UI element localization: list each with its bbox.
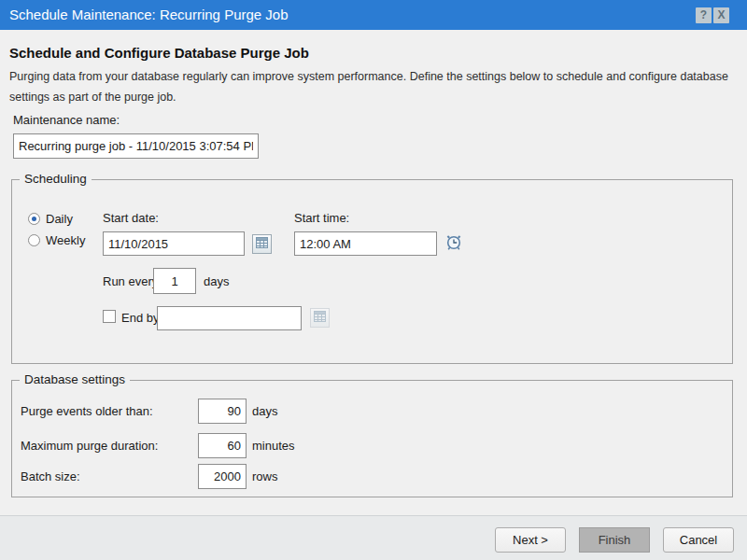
close-button[interactable]: X <box>713 7 729 23</box>
page-title: Schedule and Configure Database Purge Jo… <box>9 45 309 61</box>
daily-radio-label: Daily <box>46 212 73 226</box>
run-every-input[interactable] <box>153 268 196 294</box>
schedule-maintenance-dialog: Schedule Maintenance: Recurring Purge Jo… <box>0 0 747 560</box>
batch-size-unit: rows <box>252 469 277 483</box>
daily-radio[interactable]: Daily <box>28 212 73 226</box>
purge-duration-input[interactable] <box>198 433 247 458</box>
scheduling-group: Scheduling Daily Weekly Start date: <box>11 179 733 364</box>
titlebar: Schedule Maintenance: Recurring Purge Jo… <box>0 0 747 30</box>
start-time-label: Start time: <box>294 211 349 225</box>
purge-duration-label: Maximum purge duration: <box>21 439 158 453</box>
end-by-input[interactable] <box>157 306 302 330</box>
batch-size-label: Batch size: <box>21 469 80 483</box>
start-date-input[interactable] <box>103 231 245 256</box>
weekly-radio-label: Weekly <box>46 233 85 247</box>
database-settings-group: Database settings Purge events older tha… <box>11 380 733 497</box>
purge-duration-unit: minutes <box>252 439 295 453</box>
purge-older-input[interactable] <box>198 399 247 424</box>
batch-size-input[interactable] <box>198 464 247 489</box>
start-time-clock-button[interactable] <box>443 232 464 254</box>
end-by-calendar-button <box>310 308 330 328</box>
run-every-unit: days <box>204 274 229 288</box>
help-button[interactable]: ? <box>696 7 712 23</box>
calendar-icon <box>314 311 326 325</box>
weekly-radio[interactable]: Weekly <box>28 233 85 247</box>
dialog-title: Schedule Maintenance: Recurring Purge Jo… <box>9 7 289 22</box>
cancel-button[interactable]: Cancel <box>663 527 734 553</box>
maintenance-name-input[interactable] <box>13 133 259 159</box>
start-date-label: Start date: <box>103 211 159 225</box>
start-date-calendar-button[interactable] <box>252 234 272 254</box>
alarm-clock-icon <box>444 231 464 255</box>
end-by-checkbox[interactable] <box>103 310 116 323</box>
finish-button[interactable]: Finish <box>579 527 650 553</box>
footer-bar: Next > Finish Cancel <box>0 515 747 560</box>
run-every-label: Run every <box>103 274 158 288</box>
daily-radio-control <box>28 213 40 225</box>
calendar-icon <box>256 237 268 251</box>
maintenance-name-label: Maintenance name: <box>13 113 120 127</box>
scheduling-legend: Scheduling <box>20 172 92 186</box>
start-time-input[interactable] <box>294 231 437 256</box>
page-description: Purging data from your database regularl… <box>9 66 738 107</box>
weekly-radio-control <box>28 234 40 246</box>
purge-older-label: Purge events older than: <box>21 404 153 418</box>
database-settings-legend: Database settings <box>20 372 130 386</box>
purge-older-unit: days <box>252 404 277 418</box>
next-button[interactable]: Next > <box>495 527 566 553</box>
